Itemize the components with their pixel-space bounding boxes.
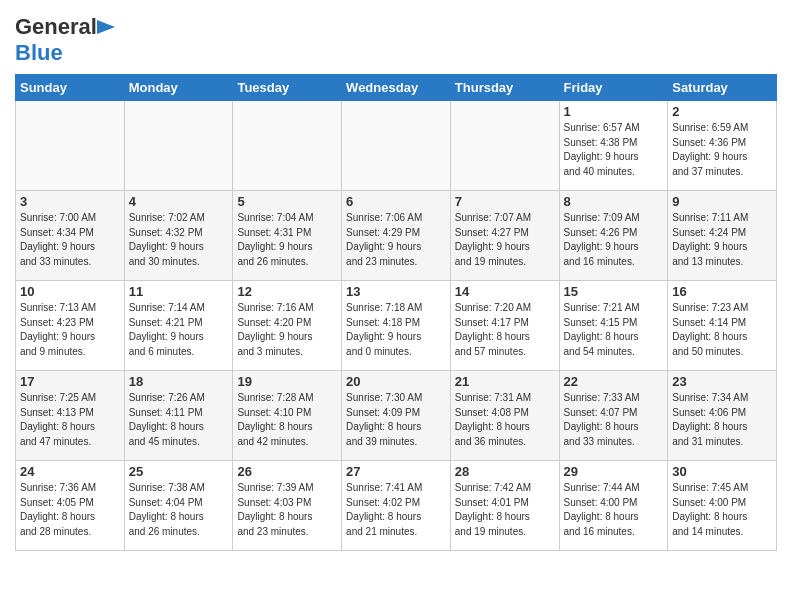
calendar-cell: 5Sunrise: 7:04 AM Sunset: 4:31 PM Daylig…: [233, 191, 342, 281]
calendar-cell: 12Sunrise: 7:16 AM Sunset: 4:20 PM Dayli…: [233, 281, 342, 371]
day-number: 19: [237, 374, 337, 389]
calendar-cell: 13Sunrise: 7:18 AM Sunset: 4:18 PM Dayli…: [342, 281, 451, 371]
day-info: Sunrise: 7:42 AM Sunset: 4:01 PM Dayligh…: [455, 481, 555, 539]
day-number: 26: [237, 464, 337, 479]
calendar-cell: 4Sunrise: 7:02 AM Sunset: 4:32 PM Daylig…: [124, 191, 233, 281]
day-info: Sunrise: 7:11 AM Sunset: 4:24 PM Dayligh…: [672, 211, 772, 269]
svg-marker-0: [97, 20, 115, 34]
day-info: Sunrise: 7:04 AM Sunset: 4:31 PM Dayligh…: [237, 211, 337, 269]
day-number: 12: [237, 284, 337, 299]
day-number: 3: [20, 194, 120, 209]
day-number: 2: [672, 104, 772, 119]
day-info: Sunrise: 7:28 AM Sunset: 4:10 PM Dayligh…: [237, 391, 337, 449]
day-number: 9: [672, 194, 772, 209]
calendar-cell: [16, 101, 125, 191]
calendar-cell: 18Sunrise: 7:26 AM Sunset: 4:11 PM Dayli…: [124, 371, 233, 461]
calendar-cell: [342, 101, 451, 191]
day-number: 21: [455, 374, 555, 389]
calendar-cell: [233, 101, 342, 191]
day-info: Sunrise: 7:13 AM Sunset: 4:23 PM Dayligh…: [20, 301, 120, 359]
calendar-cell: 7Sunrise: 7:07 AM Sunset: 4:27 PM Daylig…: [450, 191, 559, 281]
day-number: 13: [346, 284, 446, 299]
calendar-header-row: SundayMondayTuesdayWednesdayThursdayFrid…: [16, 75, 777, 101]
day-number: 5: [237, 194, 337, 209]
day-info: Sunrise: 7:39 AM Sunset: 4:03 PM Dayligh…: [237, 481, 337, 539]
day-number: 18: [129, 374, 229, 389]
logo-arrow-icon: [97, 20, 115, 34]
day-number: 28: [455, 464, 555, 479]
calendar-cell: 28Sunrise: 7:42 AM Sunset: 4:01 PM Dayli…: [450, 461, 559, 551]
day-number: 25: [129, 464, 229, 479]
calendar-day-header: Sunday: [16, 75, 125, 101]
day-info: Sunrise: 7:07 AM Sunset: 4:27 PM Dayligh…: [455, 211, 555, 269]
day-number: 20: [346, 374, 446, 389]
calendar-cell: 29Sunrise: 7:44 AM Sunset: 4:00 PM Dayli…: [559, 461, 668, 551]
calendar-cell: 14Sunrise: 7:20 AM Sunset: 4:17 PM Dayli…: [450, 281, 559, 371]
calendar-day-header: Friday: [559, 75, 668, 101]
day-number: 1: [564, 104, 664, 119]
day-number: 11: [129, 284, 229, 299]
day-info: Sunrise: 6:59 AM Sunset: 4:36 PM Dayligh…: [672, 121, 772, 179]
day-number: 23: [672, 374, 772, 389]
day-info: Sunrise: 7:14 AM Sunset: 4:21 PM Dayligh…: [129, 301, 229, 359]
calendar-cell: 20Sunrise: 7:30 AM Sunset: 4:09 PM Dayli…: [342, 371, 451, 461]
day-number: 29: [564, 464, 664, 479]
day-number: 22: [564, 374, 664, 389]
calendar-cell: 22Sunrise: 7:33 AM Sunset: 4:07 PM Dayli…: [559, 371, 668, 461]
logo-general-text: General: [15, 14, 97, 40]
calendar-cell: 9Sunrise: 7:11 AM Sunset: 4:24 PM Daylig…: [668, 191, 777, 281]
day-info: Sunrise: 7:26 AM Sunset: 4:11 PM Dayligh…: [129, 391, 229, 449]
day-info: Sunrise: 7:25 AM Sunset: 4:13 PM Dayligh…: [20, 391, 120, 449]
day-info: Sunrise: 7:23 AM Sunset: 4:14 PM Dayligh…: [672, 301, 772, 359]
calendar-cell: [124, 101, 233, 191]
calendar-table: SundayMondayTuesdayWednesdayThursdayFrid…: [15, 74, 777, 551]
calendar-day-header: Monday: [124, 75, 233, 101]
day-info: Sunrise: 7:20 AM Sunset: 4:17 PM Dayligh…: [455, 301, 555, 359]
day-number: 4: [129, 194, 229, 209]
day-info: Sunrise: 7:38 AM Sunset: 4:04 PM Dayligh…: [129, 481, 229, 539]
day-number: 8: [564, 194, 664, 209]
calendar-cell: 25Sunrise: 7:38 AM Sunset: 4:04 PM Dayli…: [124, 461, 233, 551]
calendar-cell: 30Sunrise: 7:45 AM Sunset: 4:00 PM Dayli…: [668, 461, 777, 551]
day-number: 14: [455, 284, 555, 299]
calendar-cell: 16Sunrise: 7:23 AM Sunset: 4:14 PM Dayli…: [668, 281, 777, 371]
day-info: Sunrise: 7:34 AM Sunset: 4:06 PM Dayligh…: [672, 391, 772, 449]
calendar-cell: 27Sunrise: 7:41 AM Sunset: 4:02 PM Dayli…: [342, 461, 451, 551]
calendar-cell: 10Sunrise: 7:13 AM Sunset: 4:23 PM Dayli…: [16, 281, 125, 371]
day-info: Sunrise: 7:33 AM Sunset: 4:07 PM Dayligh…: [564, 391, 664, 449]
calendar-body: 1Sunrise: 6:57 AM Sunset: 4:38 PM Daylig…: [16, 101, 777, 551]
calendar-cell: 23Sunrise: 7:34 AM Sunset: 4:06 PM Dayli…: [668, 371, 777, 461]
logo-blue-text: Blue: [15, 40, 63, 66]
day-number: 27: [346, 464, 446, 479]
calendar-cell: 1Sunrise: 6:57 AM Sunset: 4:38 PM Daylig…: [559, 101, 668, 191]
calendar-day-header: Tuesday: [233, 75, 342, 101]
calendar-cell: 2Sunrise: 6:59 AM Sunset: 4:36 PM Daylig…: [668, 101, 777, 191]
calendar-cell: [450, 101, 559, 191]
day-number: 7: [455, 194, 555, 209]
day-info: Sunrise: 7:00 AM Sunset: 4:34 PM Dayligh…: [20, 211, 120, 269]
day-number: 15: [564, 284, 664, 299]
calendar-cell: 6Sunrise: 7:06 AM Sunset: 4:29 PM Daylig…: [342, 191, 451, 281]
day-info: Sunrise: 7:21 AM Sunset: 4:15 PM Dayligh…: [564, 301, 664, 359]
calendar-day-header: Wednesday: [342, 75, 451, 101]
calendar-cell: 21Sunrise: 7:31 AM Sunset: 4:08 PM Dayli…: [450, 371, 559, 461]
page-header: General Blue: [15, 10, 777, 66]
calendar-week-row: 24Sunrise: 7:36 AM Sunset: 4:05 PM Dayli…: [16, 461, 777, 551]
day-info: Sunrise: 7:09 AM Sunset: 4:26 PM Dayligh…: [564, 211, 664, 269]
day-info: Sunrise: 7:30 AM Sunset: 4:09 PM Dayligh…: [346, 391, 446, 449]
day-number: 10: [20, 284, 120, 299]
day-number: 30: [672, 464, 772, 479]
day-number: 17: [20, 374, 120, 389]
day-number: 24: [20, 464, 120, 479]
calendar-cell: 19Sunrise: 7:28 AM Sunset: 4:10 PM Dayli…: [233, 371, 342, 461]
calendar-cell: 8Sunrise: 7:09 AM Sunset: 4:26 PM Daylig…: [559, 191, 668, 281]
logo: General Blue: [15, 10, 115, 66]
day-info: Sunrise: 7:45 AM Sunset: 4:00 PM Dayligh…: [672, 481, 772, 539]
calendar-cell: 26Sunrise: 7:39 AM Sunset: 4:03 PM Dayli…: [233, 461, 342, 551]
day-info: Sunrise: 7:36 AM Sunset: 4:05 PM Dayligh…: [20, 481, 120, 539]
day-info: Sunrise: 6:57 AM Sunset: 4:38 PM Dayligh…: [564, 121, 664, 179]
calendar-day-header: Thursday: [450, 75, 559, 101]
calendar-week-row: 17Sunrise: 7:25 AM Sunset: 4:13 PM Dayli…: [16, 371, 777, 461]
day-info: Sunrise: 7:44 AM Sunset: 4:00 PM Dayligh…: [564, 481, 664, 539]
calendar-week-row: 3Sunrise: 7:00 AM Sunset: 4:34 PM Daylig…: [16, 191, 777, 281]
